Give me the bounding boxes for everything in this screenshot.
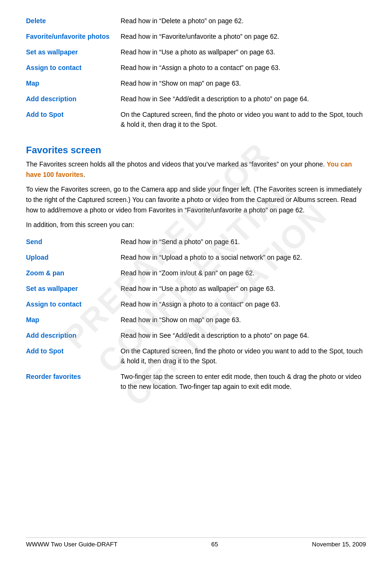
footer-center: 65 xyxy=(211,541,218,548)
feature-label: Add to Spot xyxy=(26,344,121,370)
feature-desc: On the Captured screen, find the photo o… xyxy=(121,108,366,133)
table-row: Map Read how in “Show on map” on page 63… xyxy=(26,313,366,329)
table-row: Set as wallpaper Read how in “Use a phot… xyxy=(26,282,366,298)
feature-label: Upload xyxy=(26,251,121,266)
favorites-paragraph-2: To view the Favorites screen, go to the … xyxy=(26,184,366,215)
table-row: Add description Read how in See “Add/edi… xyxy=(26,329,366,344)
feature-label: Favorite/unfavorite photos xyxy=(26,30,121,45)
feature-desc: Read how in “Use a photo as wallpaper” o… xyxy=(121,45,366,61)
feature-label: Reorder favorites xyxy=(26,370,121,395)
table-row: Set as wallpaper Read how in “Use a phot… xyxy=(26,45,366,61)
feature-desc: On the Captured screen, find the photo o… xyxy=(121,344,366,370)
feature-desc: Read how in See “Add/edit a description … xyxy=(121,329,366,344)
favorites-para1-text: The Favorites screen holds all the photo… xyxy=(26,160,327,168)
second-feature-table: Send Read how in “Send a photo” on page … xyxy=(26,235,366,395)
table-row: Assign to contact Read how in “Assign a … xyxy=(26,298,366,313)
feature-label: Add description xyxy=(26,92,121,108)
table-row: Favorite/unfavorite photos Read how in “… xyxy=(26,30,366,45)
favorites-paragraph-3: In addition, from this screen you can: xyxy=(26,220,366,230)
footer-right: November 15, 2009 xyxy=(312,541,366,548)
footer-left: WWWW Two User Guide-DRAFT xyxy=(26,541,117,548)
feature-label: Delete xyxy=(26,14,121,30)
table-row: Map Read how in “Show on map” on page 63… xyxy=(26,77,366,92)
feature-label: Set as wallpaper xyxy=(26,282,121,298)
feature-desc: Read how in “Upload a photo to a social … xyxy=(121,251,366,266)
favorites-paragraph-1: The Favorites screen holds all the photo… xyxy=(26,159,366,180)
footer: WWWW Two User Guide-DRAFT 65 November 15… xyxy=(26,537,366,548)
feature-label: Map xyxy=(26,77,121,92)
feature-desc: Read how in “Use a photo as wallpaper” o… xyxy=(121,282,366,298)
table-row: Delete Read how in “Delete a photo” on p… xyxy=(26,14,366,30)
favorites-para1-end: . xyxy=(83,171,85,178)
feature-desc: Read how in “Show on map” on page 63. xyxy=(121,313,366,329)
feature-desc: Read how in “Show on map” on page 63. xyxy=(121,77,366,92)
table-row: Send Read how in “Send a photo” on page … xyxy=(26,235,366,251)
feature-desc: Read how in “Send a photo” on page 61. xyxy=(121,235,366,251)
table-row: Add to Spot On the Captured screen, find… xyxy=(26,108,366,133)
feature-desc: Two-finger tap the screen to enter edit … xyxy=(121,370,366,395)
feature-label: Zoom & pan xyxy=(26,266,121,282)
feature-desc: Read how in “Delete a photo” on page 62. xyxy=(121,14,366,30)
feature-desc: Read how in “Assign a photo to a contact… xyxy=(121,61,366,77)
table-row: Add description Read how in See “Add/edi… xyxy=(26,92,366,108)
feature-desc: Read how in See “Add/edit a description … xyxy=(121,92,366,108)
feature-desc: Read how in “Zoom in/out & pan” on page … xyxy=(121,266,366,282)
feature-label: Set as wallpaper xyxy=(26,45,121,61)
feature-desc: Read how in “Assign a photo to a contact… xyxy=(121,298,366,313)
table-row: Reorder favorites Two-finger tap the scr… xyxy=(26,370,366,395)
table-row: Assign to contact Read how in “Assign a … xyxy=(26,61,366,77)
feature-desc: Read how in “Favorite/unfavorite a photo… xyxy=(121,30,366,45)
feature-label: Map xyxy=(26,313,121,329)
feature-label: Add description xyxy=(26,329,121,344)
first-feature-table: Delete Read how in “Delete a photo” on p… xyxy=(26,14,366,133)
table-row: Upload Read how in “Upload a photo to a … xyxy=(26,251,366,266)
feature-label: Assign to contact xyxy=(26,61,121,77)
favorites-heading: Favorites screen xyxy=(26,145,366,156)
page: PREPARED FOR CONFIDENTIAL CERTIFICATION … xyxy=(0,0,392,562)
table-row: Zoom & pan Read how in “Zoom in/out & pa… xyxy=(26,266,366,282)
table-row: Add to Spot On the Captured screen, find… xyxy=(26,344,366,370)
feature-label: Assign to contact xyxy=(26,298,121,313)
feature-label: Send xyxy=(26,235,121,251)
feature-label: Add to Spot xyxy=(26,108,121,133)
